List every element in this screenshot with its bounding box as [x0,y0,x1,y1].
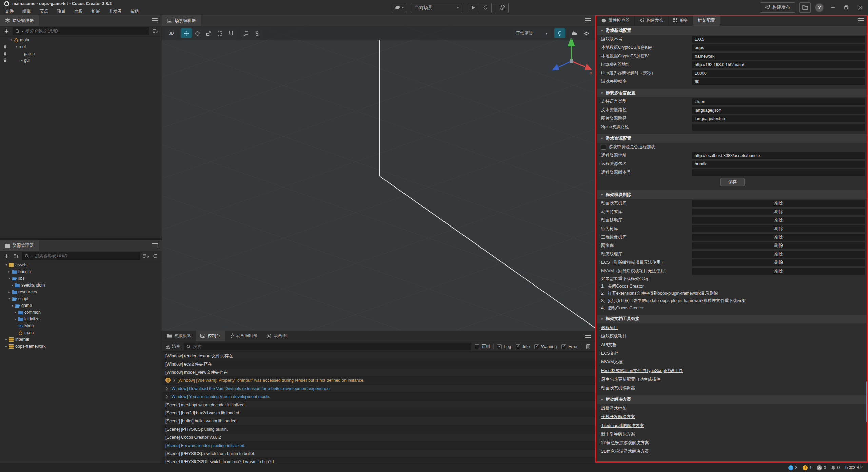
log-row[interactable]: [Scene] [PHYSICS2D]: switch from box2d-w… [162,458,595,463]
inspector-tab-1[interactable]: 构建发布 [635,15,669,26]
expand-arrow-icon[interactable]: ❯ [165,385,168,393]
panel-menu-icon[interactable] [152,243,158,248]
close-button[interactable] [855,3,865,12]
remove-module-button[interactable]: 剔除 [692,251,865,258]
docs-link[interactable]: 动画状态机编辑器 [601,385,635,391]
log-file-icon[interactable] [585,343,592,350]
log-row[interactable]: [Scene] [bullet]:bullet wasm lib loaded. [162,417,595,425]
console-tab-2[interactable]: 动画编辑器 [225,330,262,341]
hierarchy-search[interactable]: ▾ [13,27,149,35]
prop-value-input[interactable] [695,99,863,104]
docs-link[interactable]: Excel格式转Json文件与TypeScript代码工具 [601,368,683,374]
expand-arrow-icon[interactable]: ▸ [20,59,24,62]
prop-value-input[interactable] [695,37,863,42]
prop-value-input[interactable] [695,54,863,59]
prop-value-input[interactable] [695,71,863,76]
inspector-tab-3[interactable]: 框架配置 [693,15,720,26]
create-node-button[interactable] [3,28,10,35]
assets-search[interactable]: ▾ [22,252,140,260]
asset-tree-row[interactable]: ▾assets [0,261,162,268]
log-row[interactable]: [Scene] Forward render pipeline initiali… [162,441,595,450]
docs-link[interactable]: API文档 [601,342,616,348]
expand-arrow-icon[interactable]: ▾ [14,45,19,48]
section-game-res[interactable]: ▾ 游戏资源配置 [597,134,868,143]
asset-tree-row[interactable]: ▸bundle [0,268,162,275]
info-count-badge[interactable]: i 3 [788,465,797,470]
expand-arrow-icon[interactable]: ▾ [9,38,13,42]
play-button[interactable] [467,3,479,13]
prop-value-input[interactable] [695,162,863,166]
assets-search-input[interactable] [35,254,137,258]
move-tool-button[interactable] [181,28,192,38]
hierarchy-tree-row[interactable]: game [0,50,162,57]
panel-menu-icon[interactable] [858,18,864,23]
expand-arrow-icon[interactable]: ▾ [7,277,12,280]
panel-menu-icon[interactable] [585,18,591,23]
remove-module-button[interactable]: 剔除 [692,242,865,249]
prop-value-input[interactable] [695,45,863,50]
menu-item[interactable]: 帮助 [126,8,143,14]
menu-item[interactable]: 扩展 [87,8,104,14]
inspector-tab-0[interactable]: 属性检查器 [597,15,635,26]
restore-window-button[interactable] [842,3,851,12]
coordinate-toggle-button[interactable] [252,28,262,38]
expand-arrow-icon[interactable]: ▸ [10,283,15,287]
pivot-toggle-button[interactable] [240,28,251,38]
solutions-link[interactable]: 2D角色扮演游戏解决方案 [601,440,649,446]
docs-link[interactable]: ECS文档 [601,351,618,356]
sort-assets-icon[interactable] [13,253,19,259]
docs-link[interactable]: 游戏模板项目 [601,333,627,339]
mode-3d-toggle[interactable]: 3D [166,28,177,38]
asset-tree-row[interactable]: ▸oops-framework [0,343,162,350]
save-button[interactable]: 保存 [720,178,745,186]
hierarchy-tree-row[interactable]: ▾root [0,43,162,50]
lock-icon[interactable] [3,45,7,49]
remove-module-button[interactable]: 剔除 [692,234,865,241]
log-row[interactable]: [Window] model_view文件夹存在 [162,368,595,376]
error-count-badge[interactable]: ✕ 0 [817,465,826,470]
expand-arrow-icon[interactable]: ▸ [13,311,18,314]
section-game-basic[interactable]: ▾ 游戏基础配置 [597,26,868,35]
assets-tab[interactable]: 资源管理器 [0,240,39,251]
prop-value-input[interactable] [695,108,863,113]
expand-arrow-icon[interactable]: ▾ [7,297,12,300]
solutions-link[interactable]: 3D角色扮演游戏解决方案 [601,449,649,454]
panel-menu-icon[interactable] [585,334,591,338]
filter-icon[interactable] [142,253,149,259]
expand-arrow-icon[interactable]: ▸ [4,345,8,348]
section-docs-links[interactable]: ▾ 框架文档工具链接 [597,315,868,323]
log-row[interactable]: [Window] render_texture文件夹存在 [162,352,595,360]
console-search[interactable] [184,343,471,350]
scene-select-dropdown[interactable]: 当前场景 ▾ [411,3,462,13]
search-type-chevron-icon[interactable]: ▾ [31,255,33,258]
hierarchy-tree-row[interactable]: ▸gui [0,57,162,64]
expand-arrow-icon[interactable]: ▸ [7,290,12,294]
log-row[interactable]: [Scene] Cocos Creator v3.8.2 [162,433,595,441]
prop-value-input[interactable] [695,153,863,158]
prop-value-input[interactable] [695,170,863,175]
remove-module-button[interactable]: 剔除 [692,225,865,232]
filter-icon[interactable] [152,28,159,35]
filter-checkbox-error[interactable]: ✓Error [561,344,578,349]
menu-item[interactable]: 面板 [70,8,87,14]
filter-checkbox-warning[interactable]: ✓Warning [534,344,557,349]
console-tab-0[interactable]: 资源预览 [162,330,196,341]
log-row[interactable]: [Window] ecs文件夹存在 [162,360,595,368]
gear-icon[interactable] [580,28,591,38]
transform-tool-button[interactable] [225,28,236,38]
solutions-link[interactable]: 战棋游戏框架 [601,406,627,411]
expand-arrow-icon[interactable]: ▾ [4,263,8,267]
scrollbar-thumb[interactable] [866,381,868,422]
log-row[interactable]: [Scene] [PHYSICS]: switch from builtin t… [162,450,595,458]
log-row[interactable]: !❯[Window] [Vue warn]: Property "onInput… [162,376,595,385]
rect-tool-button[interactable] [214,28,225,38]
lighting-toggle-button[interactable] [554,28,565,38]
expand-arrow-icon[interactable]: ▸ [13,317,18,321]
remote-load-checkbox[interactable] [601,145,606,150]
panel-menu-icon[interactable] [152,18,158,23]
asset-tree-row[interactable]: TSMain [0,322,162,329]
prop-value-input[interactable] [695,125,863,130]
hierarchy-search-input[interactable] [25,29,146,34]
create-asset-button[interactable] [3,253,10,259]
docs-link[interactable]: 教程项目 [601,325,618,331]
